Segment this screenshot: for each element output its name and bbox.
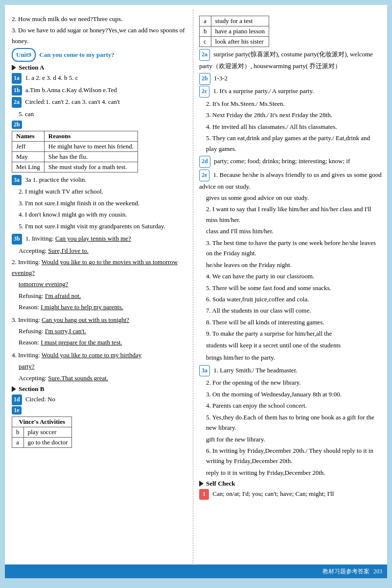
right-2c-5: 5. They can eat,drink and play games at … [206,133,382,154]
cell-a-letter: a [12,437,24,447]
cell-go-to-doctor: go to the doctor [23,437,72,447]
table-row: c look after his sister [200,37,269,47]
badge-right-3a: 3a [199,365,210,377]
3b-item4-inv-cont: party? [19,361,188,371]
badge-1b: 1b [12,85,22,96]
right-3a-label: 3a 1. Larry Smith./ The headmaster. [199,365,382,377]
3b-item3-reason-label: Reason: [19,339,41,346]
cell-meiling-reason: She must study for a math test. [44,162,138,172]
right-2c-1: 1. It's a surprise party./ A surprise pa… [213,87,314,95]
right-3a-2: 2. For the opening of the new library. [206,377,382,388]
badge-3a: 3a [12,175,22,186]
3a-text-1: 3a 1. practice the violin. [25,176,87,183]
cell-meiling-name: Mei Ling [12,162,45,172]
section-b-header: Section B [12,385,188,393]
col-reasons: Reasons [44,131,138,141]
line-3: 3. Do we have to add sugar or honey?Yes,… [12,25,188,46]
col-names: Names [12,131,45,141]
badge-1e-row: 1e [12,406,188,415]
cell-a: a [200,16,211,26]
3b-item4-acc-label: Accepting: [19,374,48,382]
right-column: a study for a test b have a piano lesson… [193,10,387,573]
right-2e-8: 8. There will be all kinds of interestin… [206,317,382,327]
table-row: a study for a test [200,16,269,26]
answer-3a-3: 3. I'm not sure.I might finish it on the… [19,198,188,208]
3b-item2-reason-text: I might have to help my parents. [41,303,123,311]
3b-item3-inv-text: Can you hang out with us tonight? [42,316,129,323]
right-3a-3: 3. On the morning of Wednesday,January 8… [206,389,382,399]
3b-item2-inv: 2. Inviting: Would you like to go to the… [12,257,188,278]
badge-right-1: 1 [199,489,209,500]
table-row: b play soccer [12,427,72,437]
right-2c-3: 3. Next Friday the 28th./ It's next Frid… [206,110,382,120]
right-3a-4: 4. Parents can enjoy the school concert. [206,400,382,411]
badge-3b: 3b [12,234,22,245]
right-2e-3: 3. The best time to have the party is on… [206,238,382,259]
right-2c-block: 2c 1. It's a surprise party./ A surprise… [199,86,382,154]
3b-item3-ref-label: Refusing: [19,327,45,335]
3b-item2-ref: Refusing: I'm afraid not. [19,291,188,301]
answer-2a: Circled:1. can't 2. can 3. can't 4. can'… [25,98,120,105]
3b-item4-acc-text: Sure.That sounds great. [48,374,108,382]
self-check-label: Self Check [206,480,235,488]
right-2e-9: 9. To make the party a surprise for him/… [206,328,382,339]
self-check-arrow [199,481,204,487]
footer-page: 203 [373,568,382,575]
badge-2a: 2a [12,97,22,108]
right-2e-2-cont: class and I'll miss him/her. [206,226,382,236]
cell-c: c [200,37,211,47]
unit-title-row: Unit9 Can you come to my party? [12,48,188,61]
3b-item3-num: 3. [12,316,18,323]
badge-right-2b: 2b [199,73,210,85]
3b-item2-inv-label: Inviting: [18,258,42,266]
3b-item4-inv-cont-text: party? [19,363,34,370]
3b-item4-inv: 4. Inviting: Would you like to come to m… [12,350,188,360]
right-3a-5: 5. Yes,they do.Each of them has to bring… [206,412,382,433]
answers-3a-block: 3a 3a 1. practice the violin. 2. I might… [12,174,188,232]
badge-3b-row: 3b 1. Inviting: Can you play tennis with… [12,233,188,245]
unit-label: Unit9 [12,48,36,61]
cell-jeff-name: Jeff [12,141,45,151]
right-2b-row: 2b 1-3-2 [199,73,382,85]
badge-1e: 1e [12,406,22,415]
3b-item2-ref-text: I'm afraid not. [45,292,81,299]
cell-b-letter: b [12,427,24,437]
badge-2b: 2b [12,121,22,129]
right-1-row: 1 Can; on/at; I'd; you; can't; have; Can… [199,489,382,500]
answer-1d: Circled: No [25,395,55,403]
answer-1d-row: 1d Circled: No [12,394,188,405]
right-2e-2: 2. I want to say that I really like him/… [206,204,382,225]
left-column: 2. How much milk do we need?Three cups. … [5,10,193,573]
unit-title-text: Can you come to my party? [39,51,114,58]
text-right-1: Can; on/at; I'd; you; can't; have; Can; … [212,490,334,497]
page: 2. How much milk do we need?Three cups. … [5,5,387,578]
3b-item3-inv: 3. Inviting: Can you hang out with us to… [12,315,188,325]
3b-item3-reason: Reason: I must prepare for the math test… [19,337,188,347]
right-3a-6-cont: reply to it in writing by Friday,Decembe… [206,467,382,478]
badge-right-2c: 2c [199,86,209,98]
right-2c-2: 2. It's for Ms.Steen./ Ms.Steen. [206,98,382,109]
section-a-label: Section A [19,64,44,72]
section-a-header: Section A [12,64,188,72]
right-2c-label: 2c 1. It's a surprise party./ A surprise… [199,86,382,98]
right-2e-6: 6. Soda water,fruit juice,coffee and col… [206,294,382,304]
table-row: May She has the flu. [12,151,138,162]
3b-item2-reason: Reason: I might have to help my parents. [19,302,188,312]
3b-item2-inv-cont-text: tomorrow evening? [19,280,68,288]
3b-item1-acc-label: Accepting: [19,247,48,254]
3b-item1-inv-text: Can you play tennis with me? [55,235,131,242]
answer-3a-2: 2. I might watch TV after school. [19,186,188,196]
right-2e-9-cont: students will keep it a secret until one… [206,340,382,350]
cell-play-soccer: play soccer [23,427,72,437]
table-1e-header: Vince's Activities [12,416,72,427]
badge-1d: 1d [12,394,22,405]
cell-may-name: May [12,151,45,162]
3b-item3-ref-text: I'm sorry,I can't. [45,327,86,335]
answer-3a-5: 5. I'm not sure.I might visit my grandpa… [19,221,188,231]
right-3a-1: 1. Larry Smith./ The headmaster. [213,367,297,374]
cell-may-reason: She has the flu. [44,151,138,162]
right-3a-block: 3a 1. Larry Smith./ The headmaster. 2. F… [199,365,382,478]
footer-bar: 教材习题参考答案 203 [5,564,387,578]
line-2: 2. How much milk do we need?Three cups. [12,14,188,24]
3b-item1-num: 1. [25,235,32,242]
